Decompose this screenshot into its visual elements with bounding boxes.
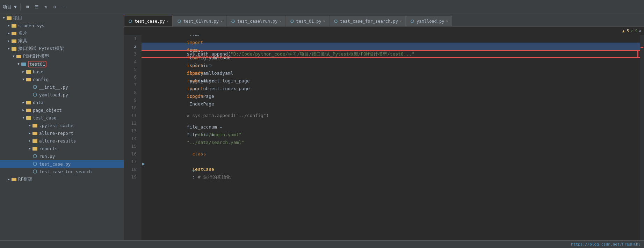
tab-test-01-run[interactable]: test_01\run.py ✕ [173, 16, 226, 26]
jiaju-folder-icon [11, 38, 17, 44]
yamlload-py-arrow [27, 92, 32, 97]
svg-rect-22 [26, 101, 28, 102]
editor-top-bar: ▲ 5 ✔ 9 ∧ [124, 27, 644, 35]
sidebar-item-init-py[interactable]: py __init__.py [0, 83, 124, 91]
svg-point-37 [33, 170, 37, 173]
code-container: 1 2 3 4 5 6 7 8 9 10 11 12 13 14 15 16 1… [124, 35, 644, 240]
tab-test-01-py-icon [290, 19, 295, 24]
sidebar-item-config[interactable]: config [0, 75, 124, 83]
sort-icon[interactable]: ⇅ [42, 3, 49, 10]
test-case-folder-icon [26, 115, 31, 121]
svg-point-35 [33, 154, 37, 158]
line-num-15: 15 [124, 143, 139, 150]
kw-from-8: from [187, 78, 198, 83]
svg-rect-24 [26, 109, 28, 109]
line-num-5: 5 [124, 66, 139, 73]
base-folder-icon [26, 69, 31, 74]
line-num-8: 8 [124, 89, 139, 96]
line-num-6: 6 [124, 73, 139, 81]
warning-count: ▲ 5 [622, 29, 629, 33]
sidebar-item-yamlload-py[interactable]: yamlload.py [0, 91, 124, 99]
line-numbers: 1 2 3 4 5 6 7 8 9 10 11 12 13 14 15 16 1… [124, 35, 142, 240]
sidebar-item-pom[interactable]: POM设计模型 [0, 52, 124, 60]
tab-yamlload-py[interactable]: yamlload.py ✕ [406, 16, 452, 26]
tab-test-case-py[interactable]: test_case.py ✕ [124, 16, 173, 26]
sidebar-item-data[interactable]: data [0, 99, 124, 106]
sidebar-item-studentsys[interactable]: studentsys [0, 22, 124, 29]
test-case-arrow [21, 115, 26, 120]
list-icon[interactable]: ☰ [33, 3, 40, 10]
sidebar-item-mingpian[interactable]: 名片 [0, 29, 124, 37]
code-scroll[interactable]: from time import sleep import sys [142, 35, 640, 240]
rf-arrow [6, 177, 11, 182]
test-case-for-search-arrow [27, 169, 32, 174]
test01-arrow [16, 61, 21, 66]
sidebar-item-base[interactable]: base [0, 68, 124, 75]
init-py-label: __init__.py [39, 85, 68, 90]
tab-test-01-run-close[interactable]: ✕ [220, 19, 223, 23]
status-bar: https://blog.csdn.net/FresHlkl [0, 240, 644, 248]
test-case-py-icon [32, 161, 38, 167]
sidebar-root[interactable]: 项目 [0, 14, 124, 22]
sidebar-item-test01[interactable]: test01 [0, 60, 124, 68]
sidebar-item-reports[interactable]: reports [0, 145, 124, 152]
expand-icon[interactable]: ∧ [639, 29, 641, 33]
tab-test-case-for-search-py[interactable]: test_case_for_search.py ✕ [330, 16, 406, 26]
ok-count: ✔ 9 [631, 29, 638, 33]
sidebar-item-rf[interactable]: RF框架 [0, 175, 124, 183]
red-scroll-marker [637, 51, 638, 57]
sidebar-item-page-object[interactable]: page_object [0, 106, 124, 114]
pom-arrow [11, 54, 16, 59]
sidebar-item-run-py[interactable]: run.py [0, 152, 124, 160]
sidebar-item-pytest-cache[interactable]: .pytest_cache [0, 122, 124, 129]
kw-class: class [192, 151, 206, 156]
test01-folder-icon [21, 61, 27, 67]
sidebar: 项目 studentsys 名片 家具 [0, 14, 124, 240]
root-arrow [1, 15, 6, 20]
root-folder-icon [6, 15, 12, 21]
svg-rect-9 [12, 47, 14, 48]
run-py-arrow [27, 154, 32, 159]
sidebar-item-allure-results[interactable]: allure-results [0, 137, 124, 145]
svg-point-42 [232, 20, 234, 23]
line-num-16: 16 [124, 150, 139, 158]
line-num-9: 9 [124, 96, 139, 104]
status-url: https://blog.csdn.net/FresHlkl [571, 242, 641, 247]
layout-icon[interactable]: ⊞ [24, 3, 31, 10]
sidebar-item-test-case-for-search[interactable]: test_case_for_search [0, 168, 124, 175]
base-arrow [21, 69, 26, 74]
root-label: 项目 [13, 15, 22, 21]
tab-test-case-py-close[interactable]: ✕ [167, 19, 169, 23]
sidebar-item-test-case[interactable]: test_case [0, 114, 124, 122]
code-line-14: file_txt = "../data/search.yaml" [142, 135, 640, 143]
mingpian-label: 名片 [18, 30, 27, 36]
settings-icon[interactable]: ⚙ [51, 3, 58, 10]
line-num-7: 7 [124, 81, 139, 89]
svg-point-36 [33, 162, 37, 166]
code-line-17: ▶ class TestCase : [142, 158, 640, 166]
tab-test-case-for-search-py-close[interactable]: ✕ [400, 19, 402, 23]
svg-rect-5 [12, 32, 14, 32]
svg-rect-30 [32, 132, 35, 132]
sidebar-item-allure-report[interactable]: allure-report [0, 129, 124, 137]
minimize-icon[interactable]: — [60, 3, 67, 10]
jiekou-arrow [6, 46, 11, 51]
svg-rect-13 [21, 63, 23, 63]
line-num-12: 12 [124, 119, 139, 127]
tab-yamlload-py-close[interactable]: ✕ [446, 19, 448, 23]
scroll-marker-red [641, 47, 643, 48]
allure-results-label: allure-results [39, 138, 76, 144]
sidebar-item-jiaju[interactable]: 家具 [0, 37, 124, 45]
yamlload-py-label: yamlload.py [39, 92, 68, 97]
dropdown-arrow-icon[interactable]: ▼ [14, 4, 17, 9]
sidebar-item-jiekou[interactable]: 接口测试_Pytest框架 [0, 45, 124, 52]
sidebar-item-test-case-py[interactable]: test_case.py [0, 160, 124, 168]
tab-test-01-py[interactable]: test_01.py ✕ [286, 16, 329, 26]
svg-point-41 [178, 20, 181, 23]
tab-test-01-py-close[interactable]: ✕ [323, 19, 325, 23]
test-case-py-label: test_case.py [39, 161, 71, 167]
tab-test-case-run[interactable]: test_case\run.py ✕ [227, 16, 285, 26]
tab-test-case-run-close[interactable]: ✕ [280, 19, 282, 23]
studentsys-folder-icon [11, 23, 17, 28]
data-folder-icon [26, 100, 31, 105]
